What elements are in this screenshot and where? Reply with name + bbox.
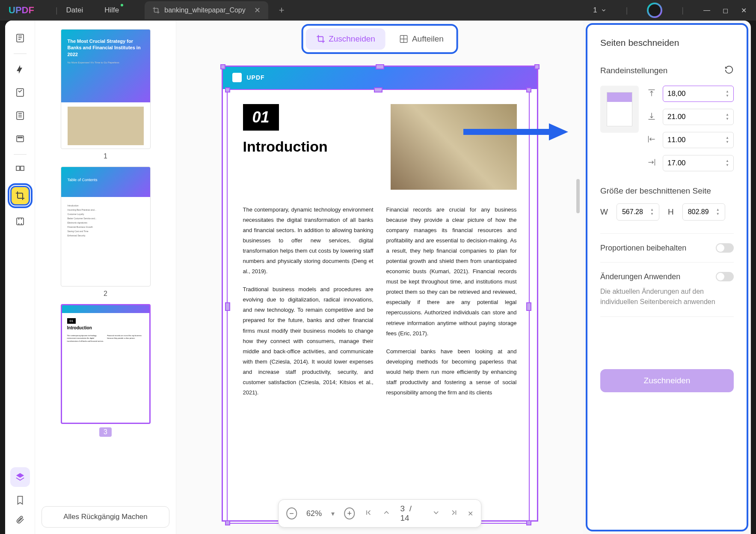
zoom-value[interactable]: 62% (306, 509, 322, 518)
margin-bottom-input[interactable]: 21.00▲▼ (663, 109, 734, 125)
bookmark-button[interactable] (15, 495, 25, 507)
svg-rect-0 (17, 34, 24, 42)
scrollbar[interactable] (576, 179, 580, 213)
crop-mode-tab[interactable]: Zuschneiden (305, 28, 385, 50)
crop-tool-highlight (8, 183, 33, 208)
crop-handle-tl[interactable] (225, 87, 230, 92)
thumbnail-2[interactable]: Table of ContentsIntroductionIncoming Be… (61, 167, 151, 298)
menu-file[interactable]: Datei (66, 6, 83, 15)
close-toolbar-button[interactable]: ✕ (468, 510, 473, 518)
app-logo: UPDF (9, 5, 34, 16)
page-indicator[interactable]: 1 (593, 6, 606, 15)
crop-frame-inner[interactable] (227, 89, 530, 524)
close-button[interactable]: ✕ (740, 6, 747, 14)
tutorial-arrow (463, 121, 570, 144)
crop-handle-tr[interactable] (534, 64, 540, 69)
thumbnail-3[interactable]: 01IntroductionThe contemporary dynamic t… (61, 304, 151, 437)
compress-tool[interactable] (10, 212, 30, 231)
document-tab[interactable]: banking_whitepapar_Copy ✕ (145, 1, 268, 19)
height-label: H (668, 207, 674, 217)
svg-rect-4 (18, 137, 22, 138)
aspect-toggle[interactable] (716, 243, 734, 253)
crop-handle-tl[interactable] (220, 64, 225, 69)
annotate-tool[interactable] (10, 83, 30, 102)
apply-toggle-label: Änderungen Anwenden (600, 272, 680, 281)
crop-handle-t[interactable] (374, 87, 382, 92)
margins-title: Randeinstellungen (600, 66, 667, 75)
thumbnail-1[interactable]: The Most Crucial Strategy for Banks and … (61, 29, 151, 160)
minimize-button[interactable]: — (703, 6, 711, 14)
zoom-in-button[interactable]: + (344, 507, 355, 519)
prev-page-button[interactable] (382, 508, 391, 519)
tab-title: banking_whitepapar_Copy (164, 6, 245, 14)
last-page-button[interactable] (450, 508, 458, 519)
layers-button[interactable] (10, 467, 30, 487)
svg-rect-7 (17, 218, 24, 225)
apply-description: Die aktuellen Änderungen auf den individ… (600, 286, 734, 307)
crop-handle-l[interactable] (225, 302, 230, 311)
tool-rail (5, 21, 35, 534)
reader-tool[interactable] (10, 28, 30, 48)
crop-icon (316, 34, 325, 44)
crop-icon (152, 6, 160, 14)
zoom-out-button[interactable]: − (286, 507, 297, 519)
svg-rect-2 (17, 112, 24, 119)
canvas-area: Zuschneiden Aufteilen UPDF 01 (176, 21, 583, 534)
edit-tool[interactable] (10, 106, 30, 125)
ai-badge[interactable] (647, 3, 662, 18)
split-label: Aufteilen (412, 34, 444, 44)
tab-close-button[interactable]: ✕ (254, 6, 261, 15)
margin-right-icon (647, 158, 658, 168)
separator: | (56, 6, 58, 15)
crop-label: Zuschneiden (329, 34, 375, 44)
crop-handle-br[interactable] (526, 520, 531, 525)
margin-bottom-icon (647, 112, 658, 122)
titlebar: UPDF | Datei Hilfe banking_whitepapar_Co… (0, 0, 756, 21)
width-label: W (600, 207, 608, 217)
apply-toggle[interactable] (716, 272, 734, 281)
highlight-tool[interactable] (10, 60, 30, 79)
crop-tool[interactable] (10, 186, 30, 206)
svg-rect-3 (17, 136, 24, 142)
margin-left-input[interactable]: 11.00▲▼ (663, 132, 734, 148)
margin-preview (600, 86, 639, 133)
margin-left-icon (647, 135, 658, 145)
zoom-dropdown[interactable]: ▾ (331, 510, 335, 518)
size-title: Größe der beschnittenen Seite (600, 186, 734, 196)
thumb-number: 1 (104, 152, 107, 160)
crop-apply-button[interactable]: Zuschneiden (600, 369, 734, 392)
page-number: 1 (593, 6, 597, 15)
thumb-number: 3 (99, 427, 112, 437)
next-page-button[interactable] (432, 508, 440, 519)
crop-panel: Seiten beschneiden Randeinstellungen 18,… (586, 23, 748, 531)
crop-handle-tr[interactable] (526, 87, 531, 92)
chevron-down-icon (601, 7, 607, 13)
crop-handle-bl[interactable] (225, 520, 230, 525)
margin-right-input[interactable]: 17.00▲▼ (663, 155, 734, 171)
split-icon (399, 34, 409, 44)
mode-tabs: Zuschneiden Aufteilen (301, 24, 458, 54)
page-info[interactable]: 3 / 14 (400, 504, 423, 523)
undo-all-button[interactable]: Alles Rückgängig Machen (42, 506, 169, 528)
svg-rect-1 (17, 89, 24, 96)
thumb-number: 2 (104, 290, 107, 298)
width-input[interactable]: 567.28▲▼ (617, 203, 659, 221)
zoom-toolbar: − 62% ▾ + 3 / 14 ✕ (278, 499, 482, 528)
tab-add-button[interactable]: + (279, 5, 285, 16)
menu-help[interactable]: Hilfe (104, 6, 119, 15)
panel-title: Seiten beschneiden (600, 38, 734, 48)
svg-rect-5 (16, 166, 20, 170)
split-mode-tab[interactable]: Aufteilen (389, 28, 454, 50)
first-page-button[interactable] (365, 508, 373, 519)
margin-top-input[interactable]: 18,00▲▼ (663, 86, 734, 102)
crop-handle-t[interactable] (376, 64, 384, 69)
reset-margins-button[interactable] (724, 65, 734, 76)
maximize-button[interactable]: ◻ (721, 6, 729, 14)
crop-handle-r[interactable] (526, 302, 531, 311)
attachment-button[interactable] (15, 515, 25, 526)
organize-tool[interactable] (10, 160, 30, 180)
form-tool[interactable] (10, 129, 30, 149)
height-input[interactable]: 802.89▲▼ (682, 203, 725, 221)
margin-top-icon (647, 89, 658, 99)
thumbnails-panel: The Most Crucial Strategy for Banks and … (35, 21, 176, 534)
